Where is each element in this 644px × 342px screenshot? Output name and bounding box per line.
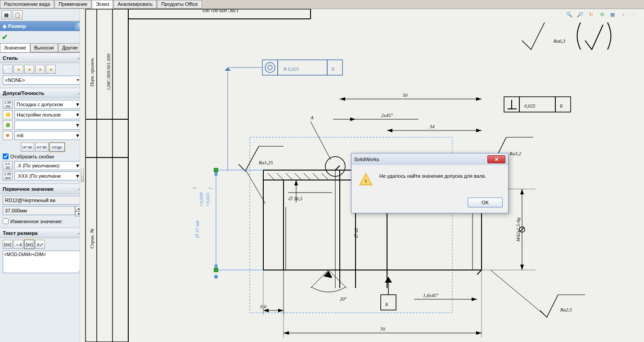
- dimtext-btn-4[interactable]: x⤢: [35, 240, 45, 249]
- svg-marker-66: [294, 180, 298, 185]
- dimtext-btn-3[interactable]: (xx): [24, 240, 34, 249]
- dialog-ok-button[interactable]: OK: [468, 198, 503, 207]
- svg-text:50: 50: [403, 92, 408, 98]
- svg-text:2x45°: 2x45°: [381, 112, 393, 118]
- top-menu-tabs: Расположение вида Примечание Эскиз Анали…: [0, 0, 644, 9]
- svg-text:128С.009.001.001: 128С.009.001.001: [202, 9, 239, 14]
- warning-icon: !: [359, 172, 373, 187]
- panel-splitter[interactable]: [80, 9, 85, 342]
- svg-line-103: [329, 270, 347, 288]
- svg-line-56: [277, 173, 284, 180]
- svg-rect-107: [381, 295, 396, 310]
- dimtext-btn-1[interactable]: (xx): [3, 240, 13, 249]
- zoom-in-icon[interactable]: 🔍: [565, 10, 574, 19]
- svg-rect-28: [555, 97, 571, 112]
- dimension-ref-field: [3, 196, 82, 205]
- svg-text:R  0,025: R 0,025: [283, 66, 299, 72]
- dimension-value-field[interactable]: [3, 206, 75, 215]
- svg-line-58: [295, 173, 302, 180]
- svg-line-79: [335, 166, 340, 170]
- changed-value-checkbox[interactable]: [3, 218, 9, 224]
- subtab-other[interactable]: Другие: [58, 43, 82, 52]
- dimtext-textarea[interactable]: <MOD-DIAM><DIM>: [3, 251, 82, 273]
- svg-text:34: 34: [429, 124, 435, 129]
- svg-marker-31: [340, 97, 345, 101]
- fit-display-2[interactable]: H7 96: [35, 143, 49, 152]
- svg-marker-40: [476, 129, 482, 132]
- show-brackets-checkbox[interactable]: [3, 153, 9, 159]
- svg-line-55: [268, 173, 275, 180]
- tab-view-layout[interactable]: Расположение вида: [0, 0, 54, 9]
- view-icon[interactable]: ▦: [608, 10, 617, 19]
- svg-line-59: [304, 173, 311, 180]
- fit-display-1[interactable]: H7 96: [21, 143, 34, 152]
- fit-display-3[interactable]: H7/g6: [50, 143, 65, 152]
- svg-text:!: !: [365, 179, 367, 184]
- svg-line-126: [491, 270, 545, 315]
- panel-btn-1[interactable]: ▦: [1, 10, 11, 19]
- more-icon[interactable]: ⋯: [630, 10, 639, 19]
- style-btn-1[interactable]: 📄: [3, 65, 13, 74]
- style-btn-4[interactable]: ★: [35, 65, 45, 74]
- svg-text:Ra2,5: Ra2,5: [560, 307, 572, 312]
- tol-icon-3: 🟢: [3, 121, 13, 130]
- section-tolerance-header[interactable]: Допуск/Точность ︿: [0, 88, 85, 98]
- style-btn-2[interactable]: ★: [14, 65, 23, 74]
- svg-text:Б: Б: [385, 302, 388, 307]
- subtab-leaders[interactable]: Выноски: [30, 43, 58, 52]
- tab-office[interactable]: Продукты Office: [157, 0, 202, 9]
- subtab-value[interactable]: Значение: [0, 43, 30, 52]
- tol-icon-1: 1.50-.01: [3, 100, 13, 109]
- ok-check-icon[interactable]: ✔: [2, 33, 8, 41]
- svg-point-15: [268, 65, 272, 70]
- svg-text:Перв. примен.: Перв. примен.: [89, 57, 95, 87]
- tol-precision-dropdown[interactable]: .XXX (По умолчани▼: [14, 171, 82, 180]
- dimension-icon: ◈: [3, 23, 6, 29]
- svg-text:Ra3,2: Ra3,2: [509, 151, 521, 156]
- svg-text:70: 70: [380, 326, 386, 332]
- tab-annotation[interactable]: Примечание: [54, 0, 91, 9]
- panel-btn-2[interactable]: 📋: [13, 10, 23, 19]
- hole-fit-dropdown[interactable]: ▼: [14, 121, 82, 130]
- svg-text:Ra6,3: Ra6,3: [553, 38, 565, 44]
- tol-icon-4: ⬣: [3, 131, 13, 140]
- svg-line-61: [322, 173, 329, 180]
- rotate-icon[interactable]: ⟲: [597, 10, 606, 19]
- svg-marker-32: [476, 97, 482, 101]
- style-dropdown[interactable]: <NONE> ▼: [3, 76, 82, 85]
- tol-icon-6: 1.50.xxx: [3, 171, 13, 180]
- svg-marker-105: [324, 271, 332, 278]
- style-btn-3[interactable]: ★: [24, 65, 34, 74]
- dialog-close-button[interactable]: ✕: [487, 155, 505, 163]
- shaft-fit-dropdown[interactable]: m6▼: [14, 131, 82, 140]
- section-style-header[interactable]: Стиль ︿: [0, 53, 85, 63]
- svg-marker-39: [387, 129, 392, 132]
- zoom-fit-icon[interactable]: 🔎: [576, 10, 585, 19]
- svg-text:Б: Б: [559, 103, 563, 108]
- style-btn-5[interactable]: ★: [46, 65, 56, 74]
- tab-sketch[interactable]: Эскиз: [92, 0, 113, 9]
- dialog-message: Не удалось найти значения допуска для ва…: [379, 172, 486, 179]
- svg-text:∅ 36,5: ∅ 36,5: [288, 196, 303, 201]
- user-settings-dropdown[interactable]: Настройки пользов▼: [14, 110, 82, 119]
- svg-marker-112: [472, 297, 477, 301]
- splitter-grip-icon: [81, 169, 84, 182]
- tab-analyze[interactable]: Анализировать: [113, 0, 157, 9]
- dimtext-btn-2[interactable]: ↔x: [14, 240, 23, 249]
- unit-precision-dropdown[interactable]: .X (По умолчанию)▼: [14, 161, 82, 170]
- svg-marker-110: [385, 277, 392, 283]
- svg-marker-121: [284, 331, 289, 335]
- display-icon[interactable]: ▫: [619, 10, 628, 19]
- section-primary-header[interactable]: Первичное значение ︿: [0, 184, 85, 194]
- svg-marker-115: [263, 309, 269, 312]
- fit-type-dropdown[interactable]: Посадка с допуском▼: [14, 100, 82, 109]
- svg-text:M42x1,5-6g: M42x1,5-6g: [515, 217, 521, 242]
- svg-line-43: [311, 122, 331, 160]
- style-value: <NONE>: [5, 77, 25, 83]
- pan-icon[interactable]: ↻: [586, 10, 595, 19]
- section-dimtext-header[interactable]: Текст размера ︿: [0, 228, 85, 238]
- svg-text:0,025: 0,025: [524, 103, 536, 108]
- svg-marker-22: [225, 68, 231, 71]
- svg-text:Ra1,25: Ra1,25: [258, 160, 273, 165]
- svg-text:+0,025: +0,025: [205, 192, 210, 207]
